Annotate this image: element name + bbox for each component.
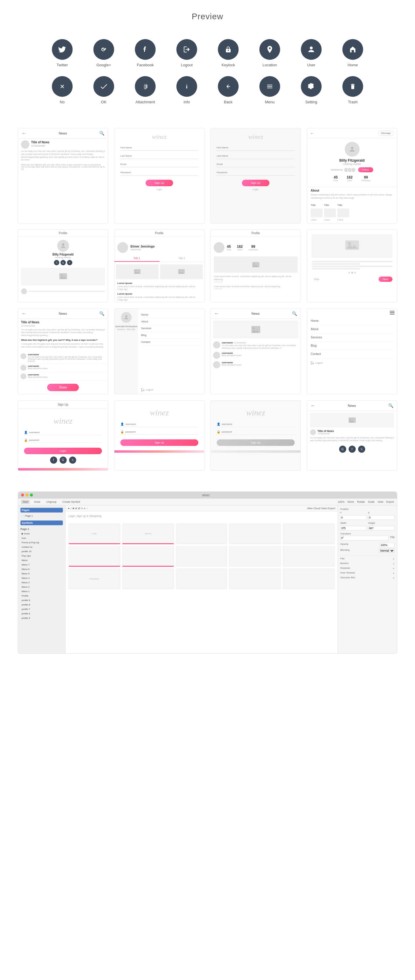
height-input[interactable] <box>368 526 394 531</box>
news-card2-avatar <box>310 429 316 435</box>
opacity-input[interactable] <box>380 543 394 547</box>
username-input-3[interactable] <box>222 423 295 425</box>
username-input-1[interactable] <box>29 431 102 434</box>
toolbar-create-symbol[interactable]: Create Symbol <box>61 500 82 504</box>
firstname-input-2[interactable] <box>217 145 295 151</box>
inner-shadow-add-btn[interactable]: + <box>393 571 394 575</box>
toolbar-start[interactable]: Start <box>21 500 30 504</box>
lastname-input-2[interactable] <box>217 153 295 159</box>
toolbar-view[interactable]: View <box>378 500 383 503</box>
password-input-full-1[interactable] <box>29 439 102 441</box>
layer-menu5[interactable]: Menu 5 <box>21 571 63 576</box>
login-link-1[interactable]: Login <box>156 188 163 191</box>
toolbar-draw[interactable]: Draw <box>33 500 42 504</box>
toolbar-rotate[interactable]: Rotate <box>357 500 365 503</box>
message-button[interactable]: Message <box>378 130 394 135</box>
maximize-dot[interactable] <box>30 493 33 496</box>
location-icon <box>259 39 280 60</box>
right-menu-contact[interactable]: Contact <box>311 350 393 358</box>
login-btn-full-1[interactable]: Login <box>24 448 102 454</box>
login-link-2[interactable]: Login <box>253 188 259 191</box>
layer-profile10[interactable]: profile 10 <box>21 549 63 554</box>
width-input[interactable] <box>340 526 367 531</box>
sidebar-left-panel: Jeremiah Richardson America · 300 USD <box>115 309 138 394</box>
borders-add-btn[interactable]: + <box>393 562 394 565</box>
close-dot[interactable] <box>21 493 24 496</box>
follow-button[interactable]: Follow <box>358 167 373 172</box>
blending-select[interactable]: Normal Multiply Screen <box>379 549 394 553</box>
right-menu-home[interactable]: Home <box>311 317 393 325</box>
x-field: x <box>340 511 367 520</box>
gallery-title-3: Title <box>337 204 349 207</box>
layer-profile9[interactable]: profile 9 <box>21 598 63 603</box>
social-tw-1[interactable]: 𝕏 <box>69 457 76 464</box>
layer-icons[interactable]: ▶ Icons <box>21 531 63 536</box>
email-input[interactable] <box>120 161 198 167</box>
password-input-2[interactable] <box>217 170 295 176</box>
x-input[interactable] <box>340 515 367 520</box>
social-fb-1[interactable]: f <box>50 457 57 464</box>
sidebar-logout[interactable]: Logout <box>138 386 204 394</box>
password-input-full-2[interactable] <box>125 431 198 433</box>
minimize-dot[interactable] <box>26 493 29 496</box>
social-g-1[interactable]: G <box>59 457 67 464</box>
news-social-g[interactable]: G <box>339 445 346 453</box>
menu-item-contact[interactable]: Contact <box>141 339 201 345</box>
profile3-likes-stat: 162 Likes <box>237 245 243 251</box>
menu-item-services[interactable]: Services <box>141 325 201 332</box>
news-social-tw[interactable]: 𝕏 <box>358 445 365 453</box>
shadows-add-btn[interactable]: + <box>393 567 394 570</box>
canvas-item-3 <box>176 523 228 544</box>
layer-menu2[interactable]: Menu 2 <box>21 585 63 589</box>
billy-likes-num: 162 <box>347 175 353 180</box>
layer-menu7[interactable]: Menu 7 <box>21 563 63 567</box>
menu-item-blog[interactable]: Blog <box>141 332 201 339</box>
layer-profile8[interactable]: profile 8 <box>21 603 63 607</box>
firstname-input[interactable] <box>120 145 198 151</box>
layer-menu3[interactable]: Menu 3 <box>21 580 63 585</box>
gaussian-add-btn[interactable]: + <box>393 576 394 580</box>
news-detail-header: ← News 🔍 <box>18 309 108 319</box>
layer-profile7[interactable]: profile 7 <box>21 607 63 611</box>
signup-button-1[interactable]: Sign Up <box>145 180 173 186</box>
layer-profile[interactable]: Profile <box>21 593 63 598</box>
toolbar-export[interactable]: Export <box>386 500 394 503</box>
page-1-item[interactable]: 📄 Page 1 <box>21 514 63 518</box>
right-menu-logout[interactable]: Logout <box>307 358 397 368</box>
lastname-input[interactable] <box>120 153 198 159</box>
email-input-2[interactable] <box>217 161 295 167</box>
y-input[interactable] <box>368 515 394 520</box>
right-menu-blog[interactable]: Blog <box>311 342 393 350</box>
right-menu-about[interactable]: About <box>311 325 393 333</box>
layer-profile6[interactable]: profile 6 <box>21 611 63 616</box>
signup-btn-full-2[interactable]: Sign Up <box>120 439 198 446</box>
fills-add-btn[interactable]: + <box>393 557 394 561</box>
layer-popups[interactable]: Pop Ups <box>21 554 63 558</box>
layer-menu6[interactable]: Menu 6 <box>21 567 63 571</box>
news-social-f[interactable]: f <box>349 445 356 453</box>
layer-menu[interactable]: Menu <box>21 558 63 563</box>
rotation-input[interactable] <box>340 536 389 540</box>
right-menu-services[interactable]: Services <box>311 333 393 342</box>
layer-forms[interactable]: Forms & Pop Up <box>21 540 63 545</box>
share-button[interactable]: Share <box>47 384 79 391</box>
toolbar-scale[interactable]: Scale <box>368 500 375 503</box>
profile-tab-2[interactable]: Tab 2 <box>160 255 204 262</box>
signup-btn-full-3[interactable]: Sign Up <box>217 439 295 446</box>
menu-item-about[interactable]: About <box>141 318 201 325</box>
next-button[interactable]: Next <box>378 277 393 282</box>
layer-menu1[interactable]: Menu 1 <box>21 589 63 593</box>
password-input[interactable] <box>120 170 198 176</box>
menu-item-home[interactable]: Home <box>141 312 201 318</box>
layer-contact[interactable]: contact us <box>21 545 63 549</box>
toolbar-ungroup[interactable]: Ungroup <box>45 500 58 504</box>
signup-button-2[interactable]: Sign Up <box>242 180 269 186</box>
profile-tab-1[interactable]: Tab 1 <box>115 255 160 262</box>
username-input-2[interactable] <box>125 423 198 425</box>
toolbar-move[interactable]: Move <box>348 500 354 503</box>
layer-menu4[interactable]: Menu 4 <box>21 576 63 580</box>
password-input-full-3[interactable] <box>222 431 295 433</box>
skip-button[interactable]: Skip <box>311 277 322 282</box>
layer-profile5[interactable]: profile 5 <box>21 616 63 620</box>
layer-icon[interactable]: Icon <box>21 536 63 540</box>
